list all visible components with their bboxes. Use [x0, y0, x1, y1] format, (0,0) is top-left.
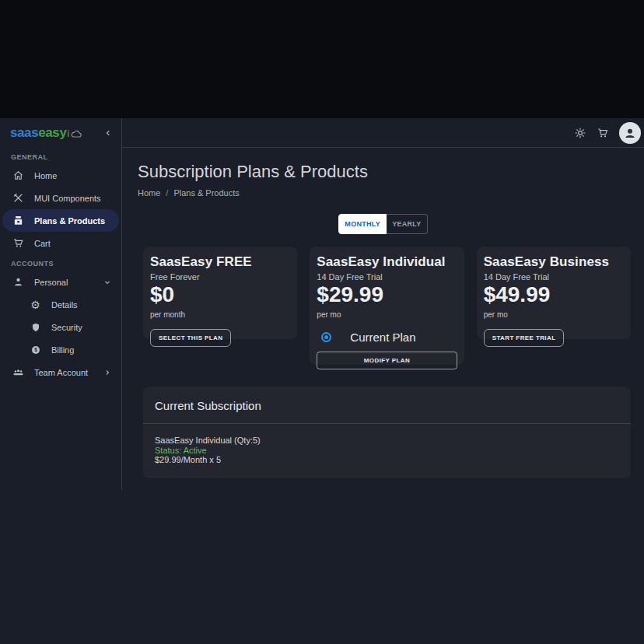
plan-period: per mo [317, 310, 457, 319]
billing-period-toggle: MONTHLY YEARLY [338, 214, 427, 234]
plan-price: $29.99 [317, 283, 457, 306]
sidebar-item-label: Plans & Products [34, 216, 105, 226]
theme-toggle-button[interactable] [574, 127, 586, 139]
sidebar-item-personal[interactable]: Personal [0, 271, 121, 293]
plan-card-free: SaasEasy FREE Free Forever $0 per month … [143, 247, 297, 339]
sidebar-collapse-button[interactable] [101, 126, 115, 140]
main-content: Subscription Plans & Products Home / Pla… [122, 148, 644, 478]
chevron-down-icon [103, 278, 112, 287]
sidebar-item-label: Billing [51, 345, 74, 355]
plan-subtitle: Free Forever [150, 272, 290, 282]
sidebar-item-details[interactable]: ⚙ Details [0, 293, 121, 316]
sidebar-item-label: Security [51, 323, 82, 332]
breadcrumb: Home / Plans & Products [138, 188, 644, 198]
sidebar-item-billing[interactable]: $ Billing [0, 338, 121, 361]
app-window: saaseasyi GENERAL Home MUI Components [0, 118, 644, 644]
subscription-plan-line: SaasEasy Individual (Qty:5) [155, 436, 619, 446]
radio-dot [324, 335, 328, 339]
svg-text:$: $ [34, 347, 37, 353]
logo-text-saas: saas [10, 125, 38, 141]
plan-name: SaasEasy FREE [150, 254, 290, 270]
sidebar-section-general: GENERAL [0, 148, 121, 164]
account-avatar[interactable] [619, 122, 641, 144]
logo-text-i: i [67, 128, 68, 139]
page-title: Subscription Plans & Products [138, 162, 644, 182]
sidebar-item-team-account[interactable]: Team Account [0, 361, 121, 383]
cart-icon [597, 127, 609, 139]
chevron-left-icon [103, 128, 113, 138]
current-subscription-body: SaasEasy Individual (Qty:5) Status: Acti… [143, 424, 631, 478]
sidebar-item-label: Team Account [34, 368, 88, 377]
saaseasy-logo[interactable]: saaseasyi [10, 125, 83, 141]
plan-cards-row: SaasEasy FREE Free Forever $0 per month … [143, 247, 631, 365]
pos-icon [12, 215, 24, 226]
plan-name: SaasEasy Business [484, 254, 624, 270]
sidebar-item-label: MUI Components [34, 194, 101, 203]
start-free-trial-button[interactable]: START FREE TRIAL [484, 329, 565, 347]
sidebar-item-security[interactable]: Security [0, 316, 121, 338]
plan-card-business: SaasEasy Business 14 Day Free Trial $49.… [477, 247, 631, 339]
tools-icon [12, 192, 24, 204]
breadcrumb-plans-products: Plans & Products [173, 188, 239, 198]
avatar-person-icon [623, 126, 637, 140]
cart-icon [12, 237, 24, 249]
plan-price: $49.99 [484, 283, 624, 306]
current-plan-row: Current Plan [317, 331, 457, 344]
plan-period: per month [150, 310, 290, 319]
plan-name: SaasEasy Individual [317, 254, 457, 270]
logo-row: saaseasyi [0, 118, 121, 148]
toggle-monthly-button[interactable]: MONTHLY [338, 214, 387, 234]
plan-subtitle: 14 Day Free Trial [484, 272, 624, 282]
dollar-icon: $ [30, 344, 41, 355]
plan-period: per mo [484, 310, 624, 319]
sidebar-item-label: Personal [34, 278, 68, 287]
sidebar-item-mui-components[interactable]: MUI Components [0, 187, 121, 209]
breadcrumb-home[interactable]: Home [138, 188, 160, 198]
toggle-yearly-button[interactable]: YEARLY [387, 214, 427, 234]
cart-button[interactable] [597, 127, 609, 139]
current-subscription-panel: Current Subscription SaasEasy Individual… [143, 387, 631, 478]
gear-icon: ⚙ [30, 299, 41, 310]
plan-price: $0 [150, 283, 290, 306]
sidebar-item-label: Details [51, 300, 78, 310]
sidebar: saaseasyi GENERAL Home MUI Components [0, 118, 122, 490]
current-plan-radio[interactable] [321, 332, 331, 342]
chevron-right-icon [103, 368, 112, 377]
select-this-plan-button[interactable]: SELECT THIS PLAN [150, 329, 231, 347]
billing-period-toggle-row: MONTHLY YEARLY [122, 214, 644, 234]
cloud-icon [70, 128, 83, 138]
group-icon [12, 366, 24, 378]
sidebar-section-accounts: ACCOUNTS [0, 254, 121, 271]
logo-text-easy: easy [38, 125, 66, 141]
subscription-billing-line: $29.99/Month x 5 [155, 455, 619, 465]
home-icon [12, 170, 24, 181]
current-subscription-title: Current Subscription [143, 387, 631, 424]
person-icon [12, 276, 24, 288]
sidebar-item-home[interactable]: Home [0, 164, 121, 187]
current-plan-label: Current Plan [350, 331, 415, 344]
plan-subtitle: 14 Day Free Trial [317, 272, 457, 282]
modify-plan-button[interactable]: MODIFY PLAN [317, 352, 457, 369]
topbar [122, 118, 644, 148]
shield-icon [30, 321, 41, 333]
sidebar-item-cart[interactable]: Cart [0, 232, 121, 254]
plan-card-individual: SaasEasy Individual 14 Day Free Trial $2… [310, 247, 464, 365]
sidebar-item-label: Cart [34, 239, 51, 248]
subscription-status-line: Status: Active [155, 446, 619, 456]
sidebar-item-plans-products[interactable]: Plans & Products [2, 209, 119, 232]
sun-icon [574, 127, 586, 139]
sidebar-item-label: Home [34, 171, 57, 180]
breadcrumb-separator: / [166, 188, 168, 198]
